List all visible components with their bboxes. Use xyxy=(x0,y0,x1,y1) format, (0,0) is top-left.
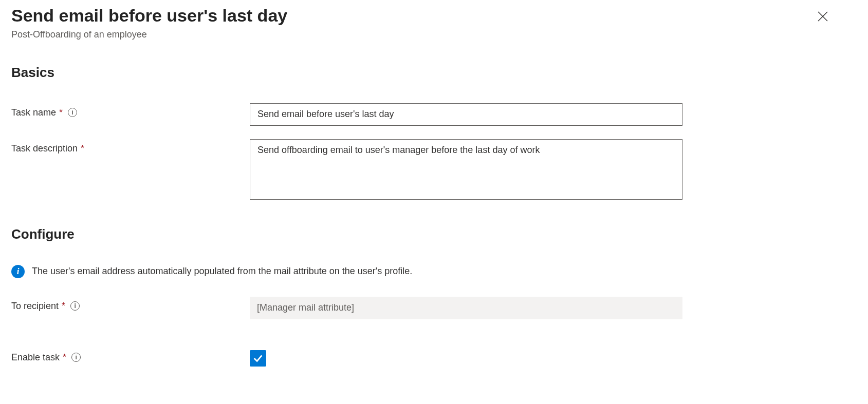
checkmark-icon xyxy=(252,353,264,364)
required-indicator: * xyxy=(59,107,63,118)
required-indicator: * xyxy=(63,352,66,363)
required-indicator: * xyxy=(62,301,65,312)
configure-heading: Configure xyxy=(11,226,857,242)
page-title: Send email before user's last day xyxy=(11,5,815,26)
info-icon[interactable]: i xyxy=(70,301,80,311)
to-recipient-label: To recipient xyxy=(11,301,59,312)
page-subtitle: Post-Offboarding of an employee xyxy=(11,29,815,40)
task-description-input[interactable] xyxy=(250,139,682,200)
info-banner: i The user's email address automatically… xyxy=(11,265,857,278)
task-name-input[interactable] xyxy=(250,103,682,126)
info-banner-text: The user's email address automatically p… xyxy=(32,266,412,277)
info-icon[interactable]: i xyxy=(71,353,81,362)
to-recipient-field: [Manager mail attribute] xyxy=(250,297,682,319)
enable-task-label: Enable task xyxy=(11,352,60,363)
close-icon xyxy=(817,10,829,23)
info-icon[interactable]: i xyxy=(68,108,77,117)
info-banner-icon: i xyxy=(11,265,25,278)
required-indicator: * xyxy=(81,143,84,154)
close-button[interactable] xyxy=(815,8,831,25)
basics-heading: Basics xyxy=(11,65,857,81)
task-description-label: Task description xyxy=(11,143,78,154)
enable-task-checkbox[interactable] xyxy=(250,350,266,367)
task-name-label: Task name xyxy=(11,107,56,118)
